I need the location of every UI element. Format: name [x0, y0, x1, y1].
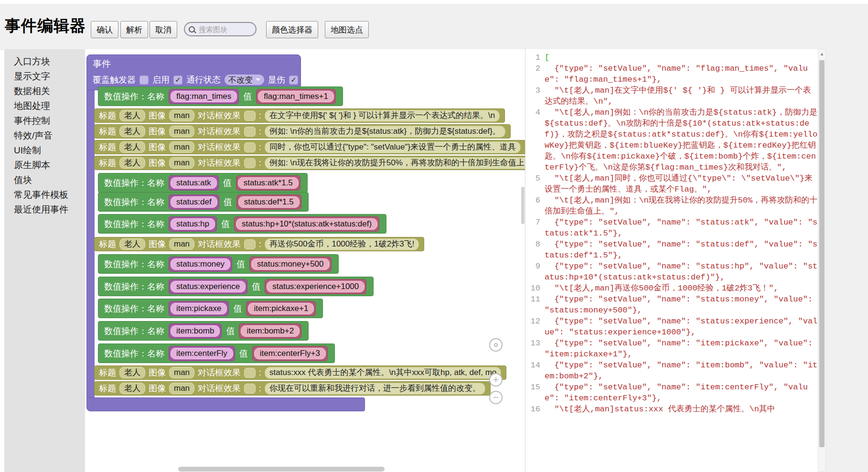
code-line[interactable]: 3 "\t[老人,man]在文字中使用${' ${ '}和 } 可以计算并显示一…: [526, 85, 818, 107]
checkbox-unchecked[interactable]: [139, 75, 149, 85]
dialog-image-value[interactable]: man: [169, 367, 194, 378]
code-line[interactable]: 14 {"type": "setValue", "name": "item:bo…: [526, 360, 818, 382]
dialog-text-field[interactable]: 例如: \n现在我将让你的攻防提升50%，再将攻防和的十倍加到生命值上。: [265, 157, 525, 169]
name-slot[interactable]: flag:man_times: [169, 89, 239, 104]
sidebar-item-地图处理[interactable]: 地图处理: [4, 98, 85, 113]
value-slot[interactable]: item:centerFly+3: [252, 346, 328, 361]
zoom-reset-button[interactable]: [489, 338, 503, 352]
dialog-image-value[interactable]: man: [169, 141, 194, 153]
sidebar-item-最近使用事件[interactable]: 最近使用事件: [4, 202, 85, 217]
setvalue-block[interactable]: 数值操作：名称status:money值status:money+500: [98, 254, 339, 274]
value-slot[interactable]: status:hp+10*(status:atk+status:def): [234, 216, 379, 232]
dialog-effect-slot[interactable]: [244, 158, 256, 168]
event-block-header[interactable]: 事件 覆盖触发器启用✓通行状态不改变显伤✓: [86, 54, 301, 90]
dialog-block[interactable]: 标题老人图像man对话框效果:例如: \n你的当前攻击力是${status:at…: [94, 124, 511, 139]
name-slot[interactable]: status:experience: [169, 279, 247, 294]
dialog-block[interactable]: 标题老人图像man对话框效果:同时，你也可以通过{"type": "setVal…: [94, 140, 525, 154]
code-line[interactable]: 16 "\t[老人,man]status:xxx 代表勇士的某个属性。\n其中: [526, 404, 818, 415]
dialog-text-field[interactable]: 例如: \n你的当前攻击力是${status:atk}，防御力是${status…: [265, 126, 505, 138]
code-line[interactable]: 13 {"type": "setValue", "name": "item:pi…: [526, 338, 818, 360]
value-slot[interactable]: flag:man_times+1: [256, 89, 336, 104]
setvalue-block[interactable]: 数值操作：名称status:atk值status:atk*1.5: [98, 173, 308, 193]
search-box[interactable]: [184, 22, 257, 36]
name-slot[interactable]: item:centerFly: [169, 346, 235, 361]
code-scrollbar[interactable]: ▲: [818, 49, 826, 472]
code-line[interactable]: 5 "\t[老人,man]同时，你也可以通过{\"type\": \"setVa…: [526, 173, 818, 195]
confirm-button[interactable]: 确认: [91, 21, 118, 38]
dialog-text-field[interactable]: status:xxx 代表勇士的某个属性。\n其中xxx可取hp, atk, d…: [265, 367, 501, 379]
name-slot[interactable]: item:bomb: [169, 323, 222, 339]
dialog-text-field[interactable]: 再送你500金币，1000经验，1破2炸3飞!: [265, 238, 419, 250]
dialog-title-value[interactable]: 老人: [119, 367, 145, 378]
dialog-text-field[interactable]: 在文字中使用${' ${ '}和 } 可以计算并显示一个表达式的结果。\n: [265, 110, 500, 122]
dialog-image-value[interactable]: man: [169, 126, 194, 137]
dialog-title-value[interactable]: 老人: [119, 238, 145, 250]
sidebar-item-特效/声音[interactable]: 特效/声音: [4, 128, 85, 143]
dialog-effect-slot[interactable]: [244, 239, 256, 249]
dialog-image-value[interactable]: man: [169, 157, 194, 169]
dialog-effect-slot[interactable]: [244, 368, 256, 378]
setvalue-block[interactable]: 数值操作：名称flag:man_times值flag:man_times+1: [98, 86, 343, 106]
zoom-out-button[interactable]: −: [489, 391, 503, 404]
dialog-block[interactable]: 标题老人图像man对话框效果:你现在可以重新和我进行对话，进一步看到属性值的改变…: [94, 381, 491, 396]
dialog-text-field[interactable]: 你现在可以重新和我进行对话，进一步看到属性值的改变。: [265, 383, 485, 395]
dialog-image-value[interactable]: man: [169, 383, 194, 394]
sidebar-item-常见事件模板[interactable]: 常见事件模板: [4, 187, 85, 202]
name-slot[interactable]: status:def: [169, 194, 219, 210]
code-line[interactable]: 10 "\t[老人,man]再送你500金币，1000经验，1破2炸3飞！",: [526, 283, 818, 294]
setvalue-block[interactable]: 数值操作：名称status:def值status:def*1.5: [98, 192, 309, 212]
code-line[interactable]: 9 {"type": "setValue", "name": "status:h…: [526, 261, 818, 283]
dialog-effect-slot[interactable]: [244, 127, 256, 137]
dialog-image-value[interactable]: man: [169, 238, 194, 250]
value-slot[interactable]: status:experience+1000: [265, 279, 366, 294]
dialog-block[interactable]: 标题老人图像man对话框效果:再送你500金币，1000经验，1破2炸3飞!: [94, 237, 424, 251]
dialog-block[interactable]: 标题老人图像man对话框效果:例如: \n现在我将让你的攻防提升50%，再将攻防…: [94, 156, 525, 170]
value-slot[interactable]: status:def*1.5: [236, 194, 301, 210]
cancel-button[interactable]: 取消: [150, 21, 177, 38]
dialog-effect-slot[interactable]: [244, 111, 256, 121]
sidebar-item-事件控制[interactable]: 事件控制: [4, 113, 85, 128]
search-input[interactable]: [198, 25, 252, 34]
dialog-title-value[interactable]: 老人: [119, 157, 145, 169]
zoom-in-button[interactable]: +: [489, 373, 503, 386]
setvalue-block[interactable]: 数值操作：名称item:pickaxe值item:pickaxe+1: [98, 299, 323, 318]
checkbox-checked[interactable]: ✓: [173, 75, 182, 85]
scrollbar-thumb[interactable]: [819, 60, 825, 447]
value-slot[interactable]: item:bomb+2: [239, 323, 301, 339]
code-line[interactable]: 15 {"type": "setValue", "name": "item:ce…: [526, 382, 818, 404]
dialog-block[interactable]: 标题老人图像man对话框效果:status:xxx 代表勇士的某个属性。\n其中…: [94, 365, 506, 380]
dialog-title-value[interactable]: 老人: [119, 383, 145, 394]
name-slot[interactable]: item:pickaxe: [169, 301, 229, 316]
code-line[interactable]: 1[: [526, 52, 818, 63]
dialog-title-value[interactable]: 老人: [119, 110, 145, 121]
dialog-block[interactable]: 标题老人图像man对话框效果:在文字中使用${' ${ '}和 } 可以计算并显…: [94, 108, 505, 123]
dialog-image-value[interactable]: man: [169, 110, 194, 121]
parse-button[interactable]: 解析: [120, 21, 148, 38]
sidebar-item-显示文字[interactable]: 显示文字: [4, 69, 85, 84]
code-line[interactable]: 2 {"type": "setValue", "name": "flag:man…: [526, 63, 818, 85]
map-pick-button[interactable]: 地图选点: [325, 21, 369, 38]
code-line[interactable]: 8 {"type": "setValue", "name": "status:d…: [526, 239, 818, 261]
name-slot[interactable]: status:atk: [169, 175, 219, 191]
passable-dropdown[interactable]: 不改变: [225, 75, 264, 85]
blockly-canvas[interactable]: 事件 覆盖触发器启用✓通行状态不改变显伤✓ 数值操作：名称flag:man_ti…: [85, 49, 525, 472]
sidebar-item-入口方块[interactable]: 入口方块: [4, 54, 85, 69]
checkbox-checked[interactable]: ✓: [289, 75, 298, 85]
name-slot[interactable]: status:hp: [169, 216, 217, 232]
value-slot[interactable]: item:pickaxe+1: [246, 301, 316, 316]
sidebar-item-原生脚本[interactable]: 原生脚本: [4, 158, 85, 172]
setvalue-block[interactable]: 数值操作：名称item:centerFly值item:centerFly+3: [98, 343, 335, 363]
code-line[interactable]: 11 {"type": "setValue", "name": "status:…: [526, 294, 818, 316]
code-line[interactable]: 7 {"type": "setValue", "name": "status:a…: [526, 217, 818, 239]
canvas-vertical-scrollbar[interactable]: [521, 187, 525, 224]
setvalue-block[interactable]: 数值操作：名称status:hp值status:hp+10*(status:at…: [98, 214, 386, 234]
dialog-title-value[interactable]: 老人: [119, 126, 145, 137]
code-line[interactable]: 12 {"type": "setValue", "name": "status:…: [526, 316, 818, 338]
code-line[interactable]: 4 "\t[老人,man]例如：\n你的当前攻击力是${status:atk}，…: [526, 107, 818, 173]
dialog-effect-slot[interactable]: [244, 142, 256, 152]
name-slot[interactable]: status:money: [169, 257, 232, 272]
dialog-title-value[interactable]: 老人: [119, 141, 145, 153]
dialog-effect-slot[interactable]: [244, 384, 256, 394]
scroll-up-icon[interactable]: ▲: [818, 50, 825, 57]
sidebar-item-UI绘制[interactable]: UI绘制: [4, 143, 85, 158]
